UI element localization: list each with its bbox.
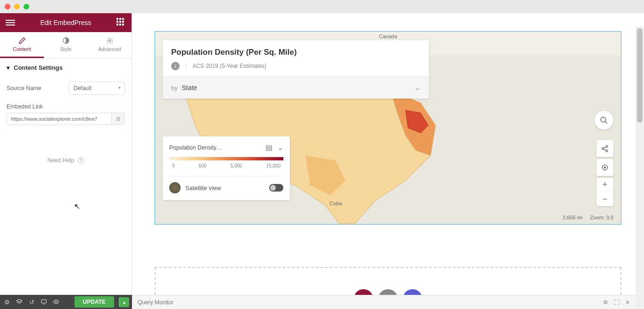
svg-point-1 <box>109 40 111 42</box>
menu-icon[interactable] <box>6 20 15 25</box>
source-name-label: Source Name <box>7 85 41 92</box>
footer-close-icon[interactable]: ✕ <box>625 299 630 306</box>
sidebar-header: Edit EmbedPress <box>0 13 132 32</box>
satellite-toggle[interactable] <box>269 184 283 192</box>
scrollbar-thumb[interactable] <box>637 28 643 123</box>
settings-icon[interactable]: ⚙ <box>3 298 11 306</box>
section-content-settings[interactable]: ▾ Content Settings <box>0 58 132 77</box>
map-title: Population Density (Per Sq. Mile) <box>171 48 421 57</box>
field-source-name: Source Name Default <box>0 77 132 100</box>
responsive-icon[interactable] <box>40 298 48 306</box>
embed-link-input[interactable] <box>7 113 111 125</box>
svg-rect-2 <box>116 117 120 118</box>
crosshair-icon <box>601 164 609 171</box>
map-label-cuba: Cuba <box>330 200 342 206</box>
legend-title: Population Density… <box>169 144 222 151</box>
footer-bar: Query Monitor ⚙ ⛶ ✕ <box>132 295 636 309</box>
map-search-button[interactable] <box>594 111 613 130</box>
help-icon: ? <box>78 157 84 164</box>
svg-point-10 <box>602 148 604 150</box>
layers-icon[interactable] <box>15 298 24 306</box>
source-name-select[interactable]: Default <box>68 82 125 95</box>
svg-point-7 <box>601 117 606 122</box>
maximize-window-button[interactable] <box>24 4 29 9</box>
svg-rect-4 <box>116 120 120 121</box>
legend-collapse-icon[interactable]: ⌄ <box>277 143 283 152</box>
pencil-icon <box>18 37 26 44</box>
list-icon <box>116 116 121 122</box>
info-icon[interactable]: i <box>171 62 180 70</box>
tab-content[interactable]: Content <box>0 32 44 58</box>
close-window-button[interactable] <box>5 4 10 9</box>
contrast-icon <box>62 37 70 44</box>
editor-canvas[interactable]: Canada Cuba Population Density (Per Sq. … <box>132 13 644 309</box>
editor-sidebar: Edit EmbedPress Content Style Advanced ▾… <box>0 13 132 309</box>
map-subtitle: ACS 2019 (5-Year Estimates) <box>192 63 266 69</box>
minimize-window-button[interactable] <box>14 4 20 9</box>
svg-point-11 <box>606 150 608 152</box>
need-help-link[interactable]: Need Help ? <box>0 129 132 168</box>
apps-grid-icon[interactable] <box>116 18 126 27</box>
footer-gear-icon[interactable]: ⚙ <box>603 299 608 306</box>
map-by-selector[interactable]: by State ⌄ <box>163 76 429 99</box>
zoom-out-button[interactable]: − <box>596 192 613 206</box>
map-label-canada: Canada <box>379 33 397 39</box>
sidebar-title: Edit EmbedPress <box>40 19 91 26</box>
map-share-button[interactable] <box>596 140 613 157</box>
tab-advanced[interactable]: Advanced <box>88 32 132 58</box>
map-legend-card: Population Density… ▤ ⌄ 5 500 5,000 15,0… <box>163 136 290 200</box>
footer-expand-icon[interactable]: ⛶ <box>614 299 619 306</box>
sidebar-bottom-bar: ⚙ ↺ UPDATE ▴ <box>0 295 132 309</box>
zoom-in-button[interactable]: + <box>596 178 613 192</box>
link-options-button[interactable] <box>111 113 124 125</box>
map-info-card: Population Density (Per Sq. Mile) i | AC… <box>163 40 429 99</box>
history-icon[interactable]: ↺ <box>27 298 36 306</box>
legend-ticks: 5 500 5,000 15,000 <box>169 163 283 168</box>
satellite-label: Satellite view <box>185 184 221 192</box>
page-scrollbar[interactable] <box>636 26 644 309</box>
share-icon <box>601 145 609 152</box>
embed-link-label: Embeded Link <box>7 103 125 110</box>
svg-point-15 <box>604 167 606 168</box>
panel-tabs: Content Style Advanced <box>0 32 132 58</box>
map-scale: 2,656 mi <box>562 215 582 220</box>
update-button[interactable]: UPDATE <box>74 296 114 308</box>
field-embed-link: Embeded Link <box>0 100 132 129</box>
tab-style[interactable]: Style <box>44 32 88 58</box>
preview-icon[interactable] <box>52 298 60 306</box>
chevron-down-icon: ▾ <box>7 64 10 71</box>
legend-gradient <box>169 157 283 160</box>
svg-rect-3 <box>116 119 120 119</box>
chevron-down-icon: ⌄ <box>414 83 421 92</box>
svg-point-23 <box>55 301 57 303</box>
embed-preview-frame[interactable]: Canada Cuba Population Density (Per Sq. … <box>155 31 621 225</box>
gear-icon <box>106 37 114 44</box>
window-chrome <box>0 0 644 13</box>
update-options-button[interactable]: ▴ <box>119 297 129 307</box>
satellite-thumbnail <box>169 182 181 193</box>
svg-rect-21 <box>41 300 47 303</box>
legend-list-icon[interactable]: ▤ <box>265 143 272 152</box>
map-locate-button[interactable] <box>596 159 613 176</box>
svg-point-9 <box>606 145 608 147</box>
svg-line-8 <box>605 121 607 124</box>
search-icon <box>600 116 608 125</box>
map-footer: 2,656 mi Zoom: 3.0 <box>562 215 613 220</box>
query-monitor-link[interactable]: Query Monitor <box>138 299 173 306</box>
svg-line-12 <box>604 147 606 148</box>
svg-marker-20 <box>17 299 22 302</box>
map-zoom-controls: + − <box>596 178 613 206</box>
svg-line-13 <box>604 149 606 150</box>
